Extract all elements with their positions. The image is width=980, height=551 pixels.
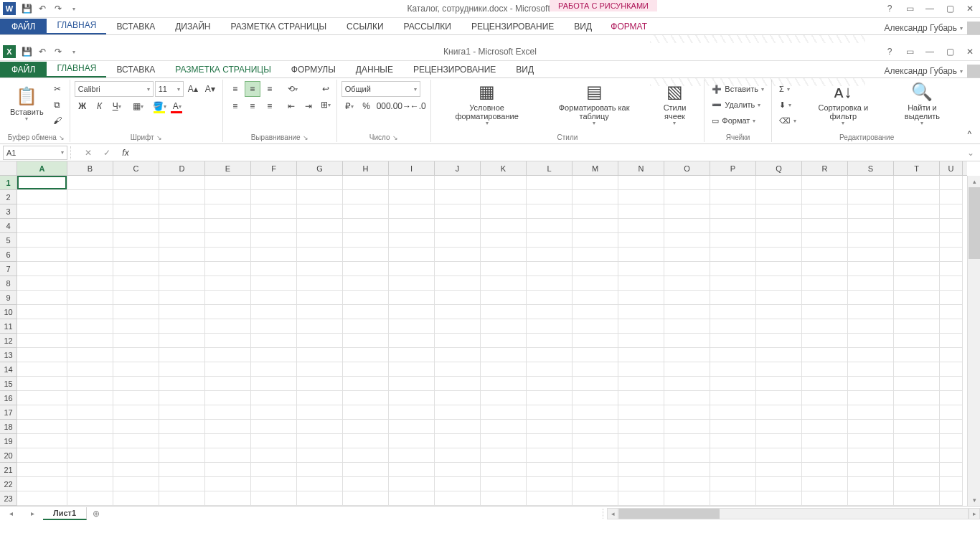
cell[interactable] bbox=[113, 434, 159, 448]
cell[interactable] bbox=[251, 219, 297, 233]
cell[interactable] bbox=[940, 377, 963, 391]
word-tab-home[interactable]: ГЛАВНАЯ bbox=[47, 17, 106, 34]
cell[interactable] bbox=[435, 190, 481, 204]
cell[interactable] bbox=[343, 463, 389, 477]
cell[interactable] bbox=[389, 405, 435, 420]
format-as-table-button[interactable]: ▤Форматировать как таблицу▾ bbox=[542, 81, 647, 128]
cell[interactable] bbox=[159, 319, 205, 334]
cell[interactable] bbox=[573, 463, 618, 477]
redo-icon[interactable]: ↷ bbox=[50, 1, 66, 17]
font-color-icon[interactable]: A▾ bbox=[169, 98, 185, 114]
cell[interactable] bbox=[894, 190, 940, 204]
cell[interactable] bbox=[17, 434, 67, 448]
row-header-10[interactable]: 10 bbox=[0, 305, 17, 319]
cell[interactable] bbox=[113, 405, 159, 420]
cell[interactable] bbox=[159, 348, 205, 362]
cell[interactable] bbox=[573, 319, 618, 334]
cell[interactable] bbox=[113, 477, 159, 491]
cell[interactable] bbox=[67, 334, 113, 348]
cell[interactable] bbox=[297, 405, 343, 420]
autosum-button[interactable]: Σ▾ bbox=[776, 81, 799, 97]
sheet-prev-icon[interactable]: ◂ bbox=[9, 509, 13, 517]
cell[interactable] bbox=[894, 204, 940, 219]
accounting-format-icon[interactable]: ₽▾ bbox=[341, 98, 357, 114]
excel-ribbon-options-icon[interactable]: ▭ bbox=[900, 43, 920, 61]
merge-center-icon[interactable]: ⊞▾ bbox=[319, 97, 332, 113]
cell[interactable] bbox=[389, 305, 435, 319]
cell[interactable] bbox=[848, 405, 894, 420]
cell[interactable] bbox=[940, 190, 963, 204]
cell[interactable] bbox=[527, 348, 573, 362]
cell[interactable] bbox=[618, 219, 664, 233]
excel-help-icon[interactable]: ? bbox=[880, 43, 900, 61]
cell[interactable] bbox=[251, 291, 297, 305]
cell[interactable] bbox=[527, 262, 573, 276]
cell[interactable] bbox=[205, 190, 251, 204]
cell[interactable] bbox=[159, 190, 205, 204]
cell[interactable] bbox=[251, 434, 297, 448]
cell[interactable] bbox=[710, 463, 756, 477]
cell[interactable] bbox=[618, 434, 664, 448]
alignment-launcher-icon[interactable]: ↘ bbox=[303, 134, 308, 141]
cell[interactable] bbox=[527, 377, 573, 391]
cell[interactable] bbox=[756, 434, 802, 448]
expand-formula-bar-icon[interactable]: ⌄ bbox=[964, 146, 977, 160]
cell[interactable] bbox=[67, 362, 113, 377]
cell[interactable] bbox=[756, 190, 802, 204]
cell[interactable] bbox=[618, 348, 664, 362]
cell[interactable] bbox=[481, 219, 527, 233]
align-bottom-icon[interactable]: ≡ bbox=[262, 81, 278, 97]
cell[interactable] bbox=[527, 362, 573, 377]
wrap-text-icon[interactable]: ↩ bbox=[319, 81, 332, 97]
cell[interactable] bbox=[527, 434, 573, 448]
cell[interactable] bbox=[205, 319, 251, 334]
cell[interactable] bbox=[802, 262, 848, 276]
cell[interactable] bbox=[664, 319, 710, 334]
cell[interactable] bbox=[435, 405, 481, 420]
word-tab-format[interactable]: ФОРМАТ bbox=[600, 19, 657, 34]
decrease-indent-icon[interactable]: ⇤ bbox=[283, 98, 299, 114]
cell[interactable] bbox=[17, 190, 67, 204]
cell[interactable] bbox=[159, 248, 205, 262]
cell[interactable] bbox=[756, 377, 802, 391]
cell[interactable] bbox=[205, 448, 251, 463]
cell[interactable] bbox=[113, 463, 159, 477]
format-painter-icon[interactable]: 🖌 bbox=[50, 113, 65, 128]
column-header-Q[interactable]: Q bbox=[756, 161, 802, 175]
cell[interactable] bbox=[17, 204, 67, 219]
cell[interactable] bbox=[618, 291, 664, 305]
cells-area[interactable] bbox=[17, 176, 967, 506]
cell[interactable] bbox=[756, 348, 802, 362]
cell[interactable] bbox=[435, 463, 481, 477]
excel-tab-formulas[interactable]: ФОРМУЛЫ bbox=[281, 62, 346, 77]
cell[interactable] bbox=[573, 262, 618, 276]
cell[interactable] bbox=[251, 233, 297, 248]
clipboard-launcher-icon[interactable]: ↘ bbox=[59, 134, 65, 141]
cell[interactable] bbox=[17, 477, 67, 491]
new-sheet-icon[interactable]: ⊕ bbox=[87, 509, 105, 519]
cell[interactable] bbox=[894, 420, 940, 434]
help-icon[interactable]: ? bbox=[880, 0, 900, 18]
cell[interactable] bbox=[67, 448, 113, 463]
excel-user-name[interactable]: Александр Губарь▾ bbox=[880, 66, 967, 76]
cell[interactable] bbox=[205, 334, 251, 348]
user-avatar-icon[interactable] bbox=[967, 22, 980, 34]
cell[interactable] bbox=[343, 319, 389, 334]
cell[interactable] bbox=[251, 348, 297, 362]
cell[interactable] bbox=[435, 319, 481, 334]
cell[interactable] bbox=[664, 434, 710, 448]
cell[interactable] bbox=[802, 291, 848, 305]
column-header-U[interactable]: U bbox=[940, 161, 963, 175]
cell[interactable] bbox=[297, 448, 343, 463]
cell[interactable] bbox=[848, 233, 894, 248]
cell[interactable] bbox=[756, 405, 802, 420]
cell[interactable] bbox=[618, 491, 664, 506]
column-header-G[interactable]: G bbox=[297, 161, 343, 175]
cell[interactable] bbox=[297, 434, 343, 448]
fill-button[interactable]: ⬇▾ bbox=[776, 97, 799, 113]
cell[interactable] bbox=[664, 248, 710, 262]
cell[interactable] bbox=[802, 391, 848, 405]
cell[interactable] bbox=[802, 448, 848, 463]
percent-format-icon[interactable]: % bbox=[359, 98, 374, 114]
cell[interactable] bbox=[159, 463, 205, 477]
